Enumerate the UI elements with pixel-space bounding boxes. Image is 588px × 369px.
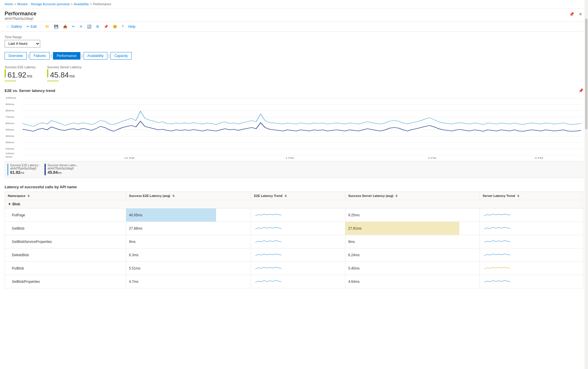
save-icon: 💾 <box>54 25 58 29</box>
legend-server: Success Server Laten... a64d7f5plo5p2dla… <box>45 164 78 175</box>
svg-text:80ms: 80ms <box>5 109 14 112</box>
cell-e2e-trend <box>251 248 345 262</box>
table-row: PutBlob5.51ms5.45ms <box>5 262 583 275</box>
pin-button[interactable]: 📌 <box>568 11 575 18</box>
breadcrumb-current: Performance <box>93 2 111 6</box>
svg-text:20ms: 20ms <box>5 147 14 150</box>
gallery-button[interactable]: ← Gallery <box>5 23 24 30</box>
breadcrumb-home[interactable]: Home <box>5 2 13 6</box>
page-subtitle: a64d7f5plo5p2dlag0 <box>5 17 36 20</box>
edit-icon: ✏ <box>27 25 30 29</box>
page-title: Performance <box>5 11 36 17</box>
breadcrumb-monitor[interactable]: Monitor - Storage Accounts (preview) <box>17 2 70 6</box>
table-row: GetBlobServiceProperties9ms9ms <box>5 235 583 248</box>
help-label: Help <box>128 25 135 29</box>
sort-e2e-trend[interactable]: ⇅ <box>285 195 287 198</box>
cell-namespace: SetBlobProperties <box>5 275 126 288</box>
cell-server-trend <box>480 275 583 288</box>
svg-text:2 PM: 2 PM <box>428 157 436 159</box>
col-e2e-latency: Success E2E Latency (avg) ⇅ <box>126 192 251 200</box>
sort-namespace[interactable]: ⇅ <box>27 195 30 198</box>
legend-e2e-color <box>7 164 8 175</box>
share-icon: 📌 <box>104 25 108 29</box>
cell-e2e-trend <box>251 262 345 275</box>
cell-server-latency: 6.24ms <box>345 248 480 262</box>
tab-overview[interactable]: Overview <box>5 52 27 60</box>
tab-performance[interactable]: Performance <box>53 52 80 60</box>
gallery-label: Gallery <box>11 25 22 29</box>
time-range-label: Time Range <box>5 35 583 39</box>
close-button[interactable]: ✕ <box>578 11 583 18</box>
question-button[interactable]: ? <box>120 23 126 30</box>
feedback-icon: 😊 <box>113 25 117 29</box>
breadcrumb-availability[interactable]: Availability <box>74 2 89 6</box>
cell-namespace: PutPage <box>5 209 126 222</box>
toolbar-sep-1 <box>41 24 41 29</box>
cell-e2e-latency: 40.05ms <box>126 209 251 222</box>
cell-e2e-trend <box>251 235 345 248</box>
time-range-select[interactable]: Last 30 minutes Last hour Last 4 hours L… <box>5 40 40 47</box>
cell-server-latency: 27.81ms <box>345 222 480 235</box>
table-row: PutPage40.05ms9.25ms <box>5 209 583 222</box>
export-button[interactable]: 📤 <box>61 23 69 30</box>
folder-icon: 📁 <box>45 25 49 29</box>
cell-e2e-trend <box>251 275 345 288</box>
metric-e2e-label: Success E2E Latency <box>5 65 36 69</box>
table-row: SetBlobProperties4.7ms4.64ms <box>5 275 583 288</box>
folder-button[interactable]: 📁 <box>43 23 51 30</box>
svg-text:70ms: 70ms <box>5 116 14 118</box>
metric-e2e-number: 61.92 <box>8 71 26 80</box>
chart-legend: Success E2E Latency - a64d7f5plo5p2dlag0… <box>5 161 583 178</box>
refresh-button[interactable]: 🔄 <box>85 23 93 30</box>
time-range-section: Time Range Last 30 minutes Last hour Las… <box>5 35 583 47</box>
pencil-icon: ✏ <box>72 25 75 29</box>
chart-title-text: E2E vs. Server latency trend <box>5 88 55 93</box>
pencil-button[interactable]: ✏ <box>70 23 77 30</box>
scrollbar-thumb[interactable] <box>585 19 587 129</box>
cell-namespace: GetBlobServiceProperties <box>5 235 126 248</box>
tab-availability[interactable]: Availability <box>84 52 107 60</box>
metric-server-underline <box>47 81 59 81</box>
metric-e2e-latency: Success E2E Latency 61.92 ms <box>5 65 36 81</box>
svg-text:90ms: 90ms <box>5 103 14 105</box>
save-button[interactable]: 💾 <box>52 23 60 30</box>
cell-e2e-latency: 6.3ms <box>126 248 251 262</box>
header-actions: 📌 ✕ <box>568 11 583 18</box>
svg-text:10ms: 10ms <box>5 152 14 154</box>
metric-server-value: 45.84 ms <box>47 69 82 80</box>
data-table: Namespace ⇅ Success E2E Latency (avg) ⇅ … <box>5 191 583 288</box>
help-button[interactable]: Help <box>126 23 137 30</box>
legend-server-text: Success Server Laten... a64d7f5plo5p2dla… <box>47 164 78 175</box>
sort-e2e[interactable]: ⇅ <box>172 195 175 198</box>
cell-server-trend <box>480 262 583 275</box>
edit-label: Edit <box>31 25 37 29</box>
pin-chart-icon[interactable]: 📌 <box>578 88 583 93</box>
table-section: Latency of successful calls by API name … <box>5 185 583 288</box>
svg-text:40ms: 40ms <box>5 135 14 137</box>
metric-server-bar <box>47 69 48 78</box>
settings-button[interactable]: ⚙ <box>94 23 101 30</box>
tab-failures[interactable]: Failures <box>30 52 50 60</box>
chart-svg: 100ms 90ms 80ms 70ms 60ms 50ms 40ms 30ms… <box>5 95 583 159</box>
col-e2e-trend: E2E Latency Trend ⇅ <box>251 192 345 200</box>
table-header: Namespace ⇅ Success E2E Latency (avg) ⇅ … <box>5 192 583 200</box>
tab-capacity[interactable]: Capacity <box>110 52 132 60</box>
cell-server-trend <box>480 248 583 262</box>
svg-text:50ms: 50ms <box>5 128 14 131</box>
feedback-button[interactable]: 😊 <box>111 23 119 30</box>
chart-section: E2E vs. Server latency trend 📌 100ms 90m… <box>5 88 583 178</box>
cell-e2e-trend <box>251 222 345 235</box>
discard-icon: ✕ <box>80 25 82 29</box>
sort-server-trend[interactable]: ⇅ <box>517 195 519 198</box>
discard-button[interactable]: ✕ <box>78 23 84 30</box>
cell-server-latency: 9.25ms <box>345 209 480 222</box>
edit-button[interactable]: ✏ Edit <box>25 23 38 30</box>
table-row: GetBlob27.88ms27.81ms <box>5 222 583 235</box>
share-button[interactable]: 📌 <box>102 23 110 30</box>
page-header: Performance a64d7f5plo5p2dlag0 📌 ✕ <box>0 8 588 22</box>
sort-server[interactable]: ⇅ <box>395 195 398 198</box>
svg-text:30ms: 30ms <box>5 141 14 143</box>
metric-server-latency: Success Server Latency 45.84 ms <box>47 65 82 81</box>
main-content: Time Range Last 30 minutes Last hour Las… <box>0 32 588 292</box>
legend-e2e: Success E2E Latency - a64d7f5plo5p2dlag0… <box>7 164 40 175</box>
